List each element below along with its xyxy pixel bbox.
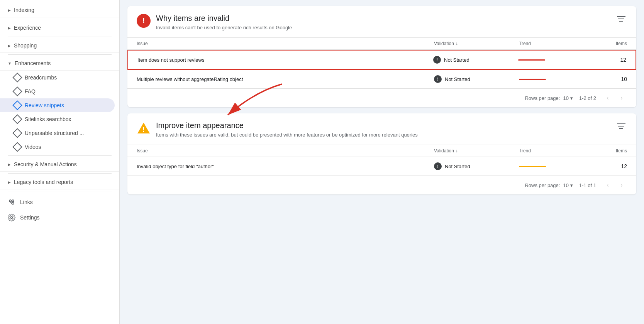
improve-row1-items: 12 <box>596 163 627 169</box>
sidebar-item-breadcrumbs-label: Breadcrumbs <box>25 74 57 81</box>
sidebar-item-review-snippets[interactable]: Review snippets <box>0 98 115 112</box>
improve-row1-validation-label: Not Started <box>445 164 470 169</box>
improve-items-card-header: ! Improve item appearance Items with the… <box>127 113 636 145</box>
divider-5 <box>8 173 112 174</box>
improve-next-page-button[interactable]: › <box>616 180 627 191</box>
diamond-icon-faq <box>12 86 22 96</box>
sidebar-item-sitelinks-searchbox[interactable]: Sitelinks searchbox <box>0 112 115 126</box>
diamond-icon-videos <box>12 142 22 152</box>
invalid-items-card-header: ! Why items are invalid Invalid items ca… <box>127 6 636 37</box>
next-page-button[interactable]: › <box>616 93 627 103</box>
sidebar-item-review-snippets-label: Review snippets <box>25 102 64 108</box>
sidebar-item-unparsable[interactable]: Unparsable structured ... <box>0 126 115 140</box>
sort-icon: ↓ <box>456 41 458 46</box>
rows-per-page-value: 10 <box>563 95 568 101</box>
diamond-icon-sitelinks <box>12 114 22 124</box>
page-info: 1-2 of 2 <box>579 95 596 101</box>
chevron-right-icon-3: ▶ <box>8 44 11 48</box>
invalid-table-pagination: Rows per page: 10 ▾ 1-2 of 2 ‹ › <box>127 89 636 107</box>
table-row-2[interactable]: Multiple reviews without aggregateRating… <box>127 70 636 89</box>
rows-per-page-label-2: Rows per page: <box>525 182 560 188</box>
rows-per-page-select[interactable]: 10 ▾ <box>563 95 573 101</box>
trend-line-1 <box>518 59 545 61</box>
rows-per-page-select-2[interactable]: 10 ▾ <box>563 182 573 188</box>
divider-1 <box>8 19 112 19</box>
improve-header-validation[interactable]: Validation ↓ <box>434 148 519 154</box>
sidebar-section-legacy[interactable]: ▶ Legacy tools and reports <box>0 175 119 189</box>
sidebar-item-links-label: Links <box>20 199 33 205</box>
row1-items: 12 <box>595 57 626 63</box>
divider-4 <box>8 155 112 156</box>
chevron-right-icon-5: ▶ <box>8 180 11 184</box>
validation-dot-3: ! <box>434 162 442 170</box>
sidebar-section-experience-label: Experience <box>14 25 41 31</box>
invalid-table-header: Issue Validation ↓ Trend Items <box>127 37 636 50</box>
sidebar-item-sitelinks-label: Sitelinks searchbox <box>25 116 71 122</box>
prev-page-button[interactable]: ‹ <box>602 93 613 103</box>
chevron-right-icon-2: ▶ <box>8 26 11 30</box>
main-content: ! Why items are invalid Invalid items ca… <box>120 0 644 324</box>
improve-items-subtitle: Items with these issues are valid, but c… <box>156 132 610 138</box>
rows-per-page-value-2: 10 <box>563 182 568 188</box>
chevron-right-icon-4: ▶ <box>8 162 11 167</box>
divider-3 <box>8 54 112 55</box>
diamond-icon-review-snippets <box>12 100 22 110</box>
sidebar-section-legacy-label: Legacy tools and reports <box>14 179 73 185</box>
sidebar: ▶ Indexing ▶ Experience ▶ Shopping ▼ Enh… <box>0 0 120 324</box>
sidebar-section-shopping-label: Shopping <box>14 42 37 49</box>
improve-page-info: 1-1 of 1 <box>579 182 596 188</box>
sidebar-section-enhancements: ▼ Enhancements Breadcrumbs FAQ Review sn… <box>0 56 119 154</box>
sidebar-item-faq[interactable]: FAQ <box>0 84 115 98</box>
rows-per-page-dropdown-icon-2: ▾ <box>570 182 573 188</box>
improve-row1-validation: ! Not Started <box>434 162 519 170</box>
row1-validation: ! Not Started <box>433 56 518 64</box>
filter-icon-2[interactable] <box>615 121 627 133</box>
sidebar-item-breadcrumbs[interactable]: Breadcrumbs <box>0 71 115 84</box>
divider-2 <box>8 37 112 37</box>
row2-trend <box>519 79 596 80</box>
improve-prev-page-button[interactable]: ‹ <box>602 180 613 191</box>
divider-6 <box>8 191 112 191</box>
header-validation[interactable]: Validation ↓ <box>434 41 519 46</box>
row2-issue: Multiple reviews without aggregateRating… <box>137 76 434 82</box>
rows-per-page-dropdown-icon: ▾ <box>570 95 573 101</box>
sort-icon-2: ↓ <box>456 148 458 154</box>
sidebar-section-indexing-label: Indexing <box>14 7 34 13</box>
links-icon <box>8 198 15 206</box>
sidebar-item-videos-label: Videos <box>25 144 41 150</box>
header-trend: Trend <box>519 41 596 46</box>
rows-per-page-label: Rows per page: <box>525 95 560 101</box>
sidebar-item-links[interactable]: Links <box>0 194 119 210</box>
header-issue: Issue <box>137 41 434 46</box>
improve-row1-issue: Invalid object type for field "author" <box>137 164 434 169</box>
improve-table-row-1[interactable]: Invalid object type for field "author" !… <box>127 157 636 176</box>
diamond-icon-unparsable <box>12 128 22 138</box>
filter-svg-2 <box>617 123 625 130</box>
sidebar-item-settings[interactable]: Settings <box>0 210 119 225</box>
sidebar-item-unparsable-label: Unparsable structured ... <box>25 130 84 136</box>
improve-table-pagination: Rows per page: 10 ▾ 1-1 of 1 ‹ › <box>127 176 636 194</box>
validation-dot-2: ! <box>434 75 442 83</box>
warning-icon: ! <box>137 121 151 135</box>
sidebar-section-enhancements-header[interactable]: ▼ Enhancements <box>0 56 119 71</box>
sidebar-section-indexing[interactable]: ▶ Indexing <box>0 3 119 17</box>
settings-icon <box>8 214 15 221</box>
row2-validation-label: Not Started <box>445 76 470 82</box>
improve-items-card: ! Improve item appearance Items with the… <box>127 113 636 194</box>
svg-point-0 <box>9 200 11 202</box>
sidebar-section-shopping[interactable]: ▶ Shopping <box>0 39 119 53</box>
svg-point-1 <box>12 202 14 204</box>
trend-line-2 <box>519 79 546 80</box>
row1-issue: Item does not support reviews <box>137 57 433 63</box>
sidebar-bottom: Links Settings <box>0 194 119 225</box>
row1-validation-label: Not Started <box>444 57 469 63</box>
sidebar-item-settings-label: Settings <box>20 214 40 221</box>
sidebar-item-videos[interactable]: Videos <box>0 140 115 154</box>
row2-items: 10 <box>596 76 627 82</box>
sidebar-section-experience[interactable]: ▶ Experience <box>0 21 119 35</box>
filter-icon[interactable] <box>615 14 627 26</box>
sidebar-item-faq-label: FAQ <box>25 88 36 94</box>
sidebar-section-security[interactable]: ▶ Security & Manual Actions <box>0 157 119 172</box>
table-row-1[interactable]: Item does not support reviews ! Not Star… <box>127 50 636 70</box>
diamond-icon-breadcrumbs <box>12 73 22 82</box>
